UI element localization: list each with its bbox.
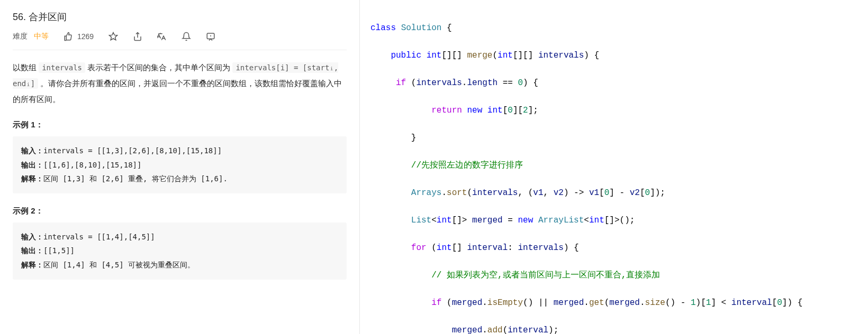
translate-button[interactable] <box>157 32 167 41</box>
difficulty-label: 难度 <box>13 32 28 40</box>
thumbs-up-icon <box>64 32 73 41</box>
like-count: 1269 <box>77 32 94 41</box>
share-button[interactable] <box>133 32 142 41</box>
difficulty: 难度 中等 <box>13 32 49 41</box>
example-2-block: 输入：intervals = [[1,4],[4,5]] 输出：[[1,5]] … <box>13 222 347 280</box>
example-2-title: 示例 2： <box>13 206 347 216</box>
code-editor-panel[interactable]: class Solution { public int[][] merge(in… <box>360 0 868 334</box>
example-1-block: 输入：intervals = [[1,3],[2,6],[8,10],[15,1… <box>13 136 347 193</box>
problem-description: 以数组 intervals 表示若干个区间的集合，其中单个区间为 interva… <box>13 60 347 107</box>
example-1-title: 示例 1： <box>13 120 347 130</box>
code-editor[interactable]: class Solution { public int[][] merge(in… <box>360 0 868 334</box>
notification-button[interactable] <box>182 32 191 41</box>
problem-title: 56. 合并区间 <box>13 11 347 23</box>
difficulty-value: 中等 <box>34 32 49 40</box>
star-button[interactable] <box>108 32 118 41</box>
problem-meta-bar: 难度 中等 1269 <box>13 32 347 50</box>
like-button[interactable]: 1269 <box>64 32 94 41</box>
problem-description-panel: 56. 合并区间 难度 中等 1269 以数组 intervals 表示若干个 <box>0 0 360 334</box>
feedback-button[interactable] <box>206 32 215 41</box>
inline-code: intervals <box>39 62 85 73</box>
